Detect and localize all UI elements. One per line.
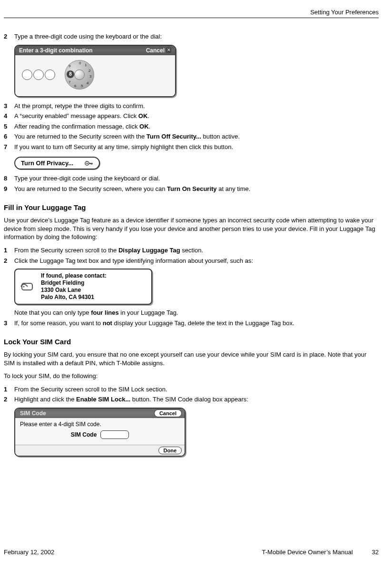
step-row: 5 After reading the confirmation message… — [4, 122, 379, 131]
step-number: 8 — [4, 174, 14, 183]
step-text: At the prompt, retype the three digits t… — [14, 102, 379, 110]
cancel-button[interactable]: Cancel ✕ — [146, 47, 171, 54]
step-number: 1 — [4, 385, 14, 394]
cancel-label: Cancel — [146, 47, 165, 54]
step-number: 7 — [4, 143, 14, 151]
page-footer: February 12, 2002 T-Mobile Device Owner’… — [4, 549, 379, 556]
dial-selected-digit: 8 — [67, 70, 74, 78]
step-row: 9 You are returned to the Security scree… — [4, 185, 379, 193]
step-row: 2 Click the Luggage Tag text box and typ… — [4, 257, 379, 265]
step-text: You are returned to the Security screen … — [14, 132, 379, 141]
luggage-note: Note that you can only type four lines i… — [14, 309, 379, 317]
footer-manual-title: T-Mobile Device Owner’s Manual — [262, 549, 353, 556]
svg-point-3 — [23, 286, 25, 288]
button-label: Turn Off Privacy... — [21, 160, 73, 167]
step-text: From the Security screen scroll to the D… — [14, 246, 379, 255]
step-number: 3 — [4, 319, 14, 328]
code-slot[interactable] — [33, 70, 44, 80]
step-number: 9 — [4, 185, 14, 193]
dialog-body: Please enter a 4-digit SIM code. SIM Cod… — [15, 418, 185, 445]
step-text: Click the Luggage Tag text box and type … — [14, 257, 379, 265]
page-content: 2 Type a three-digit code using the keyb… — [4, 32, 379, 457]
step-row: 2 Highlight and click the Enable SIM Loc… — [4, 395, 379, 404]
svg-point-1 — [87, 162, 88, 164]
number-dial[interactable]: 0 1 2 3 4 5 6 7 9 8 — [65, 60, 94, 90]
step-number: 6 — [4, 132, 14, 141]
step-row: 4 A “security enabled” message appears. … — [4, 112, 379, 120]
footer-date: February 12, 2002 — [4, 549, 54, 556]
sim-intro2: To lock your SIM, do the following: — [4, 372, 379, 380]
step-text: From the Security screen scroll to the S… — [14, 385, 379, 394]
step-number: 2 — [4, 32, 14, 41]
dialog-title: Enter a 3-digit combination — [19, 47, 93, 54]
step-text: After reading the confirmation message, … — [14, 122, 379, 131]
section-heading-sim: Lock Your SIM Card — [4, 338, 379, 346]
sim-code-input[interactable] — [100, 430, 129, 439]
luggage-tag-icon — [20, 279, 36, 295]
dialog-titlebar: SIM Code Cancel — [15, 409, 185, 418]
turn-off-privacy-button[interactable]: Turn Off Privacy... — [14, 157, 100, 170]
combination-dialog: Enter a 3-digit combination Cancel ✕ 0 1… — [14, 45, 176, 97]
luggage-tag-example: If found, please contact: Bridget Fieldi… — [14, 269, 152, 305]
sim-code-label: SIM Code — [71, 431, 97, 438]
step-row: 7 If you want to turn off Security at an… — [4, 143, 379, 151]
sim-code-dialog: SIM Code Cancel Please enter a 4-digit S… — [14, 408, 186, 457]
dialog-title: SIM Code — [20, 410, 46, 417]
cancel-button[interactable]: Cancel — [154, 409, 182, 417]
footer-page-number: 32 — [372, 549, 379, 556]
step-text: If you want to turn off Security at any … — [14, 143, 379, 151]
step-row: 1 From the Security screen scroll to the… — [4, 246, 379, 255]
dialog-footer: Done — [15, 445, 185, 456]
step-text: Type your three-digit code using the key… — [14, 174, 379, 183]
step-text: Type a three-digit code using the keyboa… — [14, 32, 379, 41]
code-slot[interactable] — [22, 70, 32, 80]
step-number: 3 — [4, 102, 14, 110]
step-row: 2 Type a three-digit code using the keyb… — [4, 32, 379, 41]
step-text: You are returned to the Security screen,… — [14, 185, 379, 193]
step-row: 8 Type your three-digit code using the k… — [4, 174, 379, 183]
dialog-body: 0 1 2 3 4 5 6 7 9 8 — [15, 55, 175, 96]
done-button[interactable]: Done — [158, 447, 182, 454]
dialog-titlebar: Enter a 3-digit combination Cancel ✕ — [15, 46, 175, 55]
sim-intro: By locking your SIM card, you ensure tha… — [4, 350, 379, 367]
sim-prompt: Please enter a 4-digit SIM code. — [20, 421, 180, 428]
sim-input-row: SIM Code — [20, 430, 180, 439]
close-icon: ✕ — [166, 48, 171, 53]
step-row: 6 You are returned to the Security scree… — [4, 132, 379, 141]
step-number: 4 — [4, 112, 14, 120]
code-slots — [22, 70, 55, 80]
step-number: 2 — [4, 395, 14, 404]
luggage-intro: Use your device’s Luggage Tag feature as… — [4, 216, 379, 241]
step-row: 3 At the prompt, retype the three digits… — [4, 102, 379, 110]
key-icon — [85, 160, 93, 167]
header-section-title: Setting Your Preferences — [4, 9, 379, 16]
step-text: If, for some reason, you want to not dis… — [14, 319, 379, 328]
step-number: 5 — [4, 122, 14, 131]
step-number: 1 — [4, 246, 14, 255]
step-text: A “security enabled” message appears. Cl… — [14, 112, 379, 120]
step-number: 2 — [4, 257, 14, 265]
step-text: Highlight and click the Enable SIM Lock.… — [14, 395, 379, 404]
step-row: 1 From the Security screen scroll to the… — [4, 385, 379, 394]
header-rule — [4, 18, 379, 18]
section-heading-luggage: Fill in Your Luggage Tag — [4, 203, 379, 211]
code-slot[interactable] — [45, 70, 55, 80]
step-row: 3 If, for some reason, you want to not d… — [4, 319, 379, 328]
luggage-tag-text: If found, please contact: Bridget Fieldi… — [41, 272, 107, 301]
